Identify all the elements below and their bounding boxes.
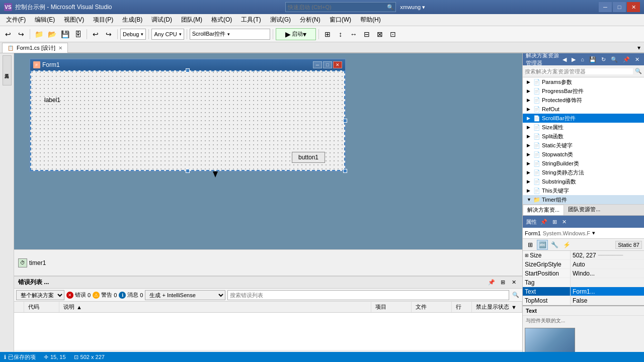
menu-edit[interactable]: 编辑(E) xyxy=(31,15,59,25)
props-value-text[interactable]: Form1... xyxy=(571,287,644,296)
error-panel-pin-button[interactable]: 📌 xyxy=(487,278,496,287)
menu-team[interactable]: 团队(M) xyxy=(177,15,206,25)
props-value-sizegripstyle[interactable]: Auto xyxy=(571,260,644,268)
forward-button[interactable]: ↪ xyxy=(15,28,27,40)
tree-item-progressbar[interactable]: ▶ 📄 ProgressBar控件 xyxy=(523,86,644,96)
menu-format[interactable]: 格式(O) xyxy=(207,15,236,25)
format-btn5[interactable]: ⊠ xyxy=(374,28,386,40)
close-button[interactable]: ✕ xyxy=(627,2,640,12)
maximize-button[interactable]: □ xyxy=(613,2,626,12)
message-count-badge[interactable]: ℹ 消息 0 xyxy=(119,291,143,299)
se-search-button[interactable]: 🔍 xyxy=(609,56,619,63)
menu-test[interactable]: 测试(G) xyxy=(266,15,295,25)
resize-handle-top[interactable] xyxy=(186,68,190,72)
format-btn3[interactable]: ↔ xyxy=(348,28,360,40)
tree-search-input[interactable] xyxy=(525,68,633,74)
warning-count-badge[interactable]: ⚠ 警告 0 xyxy=(93,291,117,299)
tree-item-static[interactable]: ▶ 📄 Static关键字 xyxy=(523,141,644,150)
se-forward-button[interactable]: ▶ xyxy=(570,56,577,63)
tree-item-substring[interactable]: ▶ 📄 Substring函数 xyxy=(523,177,644,186)
props-value-topmost[interactable]: False xyxy=(571,296,644,305)
tab-solution-resources[interactable]: 解决方案资... xyxy=(523,205,564,215)
undo-button[interactable]: ↩ xyxy=(90,28,102,40)
props-categorized-button[interactable]: ⊞ xyxy=(525,240,536,250)
se-pin-button[interactable]: 📌 xyxy=(621,56,631,63)
tab-dropdown-button[interactable]: ▾ xyxy=(634,43,644,53)
resize-handle-bottom[interactable] xyxy=(186,169,190,173)
menu-debug[interactable]: 调试(D) xyxy=(147,15,176,25)
tree-item-protected[interactable]: ▶ 📄 Protected修饰符 xyxy=(523,96,644,105)
se-back-button[interactable]: ◀ xyxy=(561,56,568,63)
build-filter-select[interactable]: 生成 + IntelliSense xyxy=(145,290,225,300)
col-file[interactable]: 文件 xyxy=(412,302,452,312)
tree-item-timer[interactable]: ▼ 📁 Timer组件 xyxy=(523,195,644,204)
error-panel-dock-button[interactable]: ⊞ xyxy=(498,278,507,287)
col-suppress[interactable]: 禁止显示状态 ▼ xyxy=(472,302,522,312)
menu-build[interactable]: 生成(B) xyxy=(118,15,146,25)
menu-tools[interactable]: 工具(T) xyxy=(237,15,265,25)
tree-item-scrollbar[interactable]: ▶ 📄 ScrollBar控件 xyxy=(523,114,644,123)
props-value-startposition[interactable]: Windo... xyxy=(571,269,644,278)
save-all-button[interactable]: 🗄 xyxy=(72,28,84,40)
tree-item-stringbuilder[interactable]: ▶ 📄 StringBuilder类 xyxy=(523,159,644,168)
tree-item-stopwatch[interactable]: ▶ 📄 Stopwatch类 xyxy=(523,150,644,159)
tree-item-this[interactable]: ▶ 📄 This关键字 xyxy=(523,186,644,195)
tree-item-refout[interactable]: ▶ 📄 RefOut xyxy=(523,105,644,114)
props-value-size[interactable]: 502, 227 ─────── xyxy=(571,251,644,259)
open-button[interactable]: 📂 xyxy=(46,28,58,40)
col-project[interactable]: 项目 xyxy=(371,302,412,312)
col-code[interactable]: 代码 xyxy=(24,302,59,312)
menu-file[interactable]: 文件(F) xyxy=(2,15,30,25)
filter-icon[interactable]: ▼ xyxy=(511,304,517,310)
debug-config-dropdown[interactable]: Debug ▾ xyxy=(120,29,146,40)
se-home-button[interactable]: ⌂ xyxy=(579,56,586,62)
se-refresh-button[interactable]: ↻ xyxy=(600,56,607,63)
props-row-text[interactable]: Text Form1... xyxy=(523,287,644,296)
save-button[interactable]: 💾 xyxy=(59,28,71,40)
props-dock-button[interactable]: ⊞ xyxy=(551,219,558,225)
se-close-button[interactable]: ✕ xyxy=(633,56,641,63)
form-body[interactable]: label1 button1 xyxy=(30,70,345,171)
start-button[interactable]: ▶ 启动 ▾ xyxy=(276,28,316,40)
back-button[interactable]: ↩ xyxy=(2,28,14,40)
user-name[interactable]: xmwung ▾ xyxy=(400,4,425,11)
menu-window[interactable]: 窗口(W) xyxy=(326,15,355,25)
redo-button[interactable]: ↪ xyxy=(103,28,115,40)
form-minimize-button[interactable]: ─ xyxy=(313,61,322,68)
error-scope-select[interactable]: 整个解决方案 xyxy=(16,290,64,300)
menu-project[interactable]: 项目(P) xyxy=(89,15,117,25)
col-description[interactable]: 说明 ▲ xyxy=(59,302,371,312)
menu-help[interactable]: 帮助(H) xyxy=(356,15,385,25)
error-search-input[interactable] xyxy=(227,290,509,300)
minimize-button[interactable]: ─ xyxy=(599,2,612,12)
timer1-component[interactable]: ⏱ timer1 xyxy=(18,258,46,267)
error-panel-close-button[interactable]: ✕ xyxy=(509,278,518,287)
resize-handle-bottom-right[interactable] xyxy=(343,169,347,173)
col-line[interactable]: 行 xyxy=(452,302,472,312)
se-save-button[interactable]: 💾 xyxy=(588,56,598,63)
design-canvas[interactable]: F Form1 ─ □ ✕ xyxy=(14,53,522,249)
props-events-button[interactable]: ⚡ xyxy=(561,240,572,250)
props-pin-button[interactable]: 📌 xyxy=(539,219,549,225)
form-button1[interactable]: button1 xyxy=(292,152,325,163)
form-close-button[interactable]: ✕ xyxy=(333,61,342,68)
format-btn2[interactable]: ↕ xyxy=(335,28,347,40)
tree-item-split[interactable]: ▶ 📄 Split函数 xyxy=(523,132,644,141)
project-dropdown[interactable]: ScrollBar控件 ▾ xyxy=(190,29,270,40)
tab-form1-design[interactable]: 📋 Form1.cs [设计] ✕ xyxy=(2,43,68,53)
new-project-button[interactable]: 📁 xyxy=(33,28,45,40)
error-count-badge[interactable]: ✕ 错误 0 xyxy=(66,291,91,299)
menu-analyze[interactable]: 分析(N) xyxy=(296,15,325,25)
toolbox-icon[interactable]: 工具箱 xyxy=(3,55,12,85)
props-value-tag[interactable] xyxy=(571,278,644,287)
cpu-dropdown[interactable]: Any CPU ▾ xyxy=(151,29,184,40)
properties-object-selector[interactable]: Form1 System.Windows.F ▾ xyxy=(523,228,644,239)
format-btn4[interactable]: ⊟ xyxy=(361,28,373,40)
menu-view[interactable]: 视图(V) xyxy=(60,15,88,25)
tree-item-params[interactable]: ▶ 📄 Params参数 xyxy=(523,77,644,86)
resize-handle-right[interactable] xyxy=(343,119,347,123)
quick-launch-input[interactable] xyxy=(285,2,396,12)
tab-team-resources[interactable]: 团队资源管... xyxy=(564,205,604,215)
tab-close-button[interactable]: ✕ xyxy=(58,45,62,51)
error-search-button[interactable]: 🔍 xyxy=(511,291,520,300)
